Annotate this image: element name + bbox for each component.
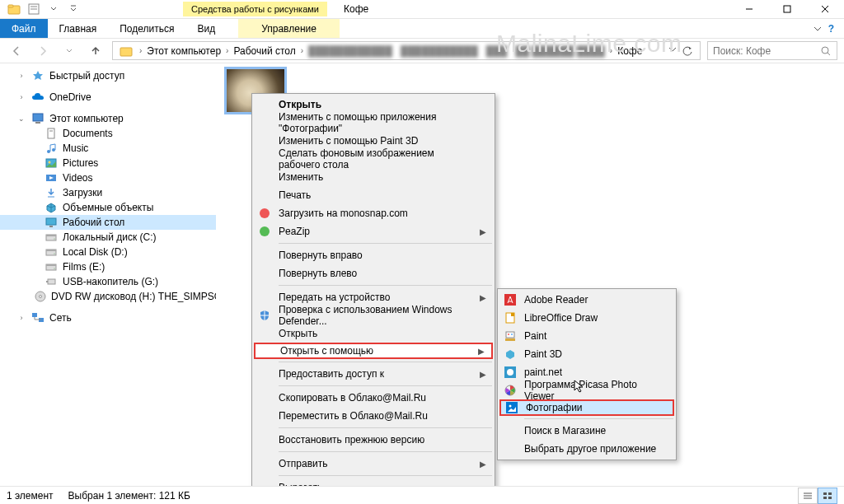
breadcrumb-item[interactable]: ████████████ ███████████ ███ ██ ██████ █… [307,45,607,57]
search-field[interactable] [713,45,820,57]
titlebar: Средства работы с рисунками Кофе [0,0,844,19]
address-dropdown-icon[interactable] [668,45,677,57]
menu-item[interactable]: Фотографии [499,399,674,416]
menu-item[interactable]: PeaZip▶ [254,222,493,240]
svg-point-55 [509,405,512,408]
help-icon[interactable]: ? [828,23,834,35]
contextual-tab-label: Средства работы с рисунками [183,2,327,16]
svg-rect-24 [49,226,53,227]
menu-item-label: Открыть [279,328,317,339]
breadcrumb-item[interactable]: Рабочий стол [232,45,297,57]
recent-dropdown[interactable] [59,41,79,61]
ribbon-tab-view[interactable]: Вид [185,19,227,38]
sidebar-item-onedrive[interactable]: › OneDrive [0,90,216,105]
sidebar-item[interactable]: Videos [0,170,216,185]
sidebar-item-network[interactable]: › Сеть [0,310,216,325]
search-input[interactable] [707,41,837,60]
properties-icon[interactable] [25,0,43,18]
sidebar-item[interactable]: Documents [0,126,216,141]
maximize-button[interactable] [768,0,806,19]
sidebar-item[interactable]: Объемные объекты [0,200,216,215]
menu-item[interactable]: Отправить▶ [254,455,493,473]
sidebar-item[interactable]: USB-накопитель (G:) [0,274,216,289]
sidebar[interactable]: › Быстрый доступ › OneDrive ⌄ Этот компь… [0,63,216,486]
menu-item[interactable]: Повернуть вправо [254,246,493,264]
status-bar: 1 элемент Выбран 1 элемент: 121 КБ [0,486,844,504]
sidebar-item[interactable]: Music [0,141,216,156]
ribbon: Файл Главная Поделиться Вид Управление ? [0,19,844,39]
chevron-right-icon[interactable]: › [16,93,26,101]
back-button[interactable] [7,41,26,61]
sidebar-item-quick-access[interactable]: › Быстрый доступ [0,68,216,83]
menu-item[interactable]: Открыть с помощью▶ [254,343,493,359]
svg-point-18 [52,148,55,152]
sidebar-item-label: Объемные объекты [63,202,153,213]
breadcrumb-item[interactable]: Этот компьютер [145,45,223,57]
menu-item[interactable]: Проверка с использованием Windows Defend… [254,306,493,324]
qat-dropdown-icon[interactable] [45,0,63,18]
svg-rect-60 [828,492,832,495]
menu-item[interactable]: Adobe Reader [499,291,674,309]
menu-item[interactable]: Paint 3D [499,345,674,363]
menu-item[interactable]: Программа Picasa Photo Viewer [499,381,674,399]
thumbnails-view-button[interactable] [818,488,837,504]
menu-item-label: Передать на устройство [279,292,390,303]
menu-item[interactable]: Изменить [254,168,493,186]
menu-item[interactable]: Переместить в Облако@Mail.Ru [254,407,493,425]
chevron-right-icon[interactable]: › [16,314,26,322]
svg-rect-26 [46,235,56,236]
defender-icon [258,309,271,322]
menu-item[interactable]: Печать [254,186,493,204]
menu-item[interactable]: Paint [499,327,674,345]
chevron-right-icon[interactable]: › [607,46,616,55]
chevron-down-icon[interactable]: ⌄ [16,114,26,123]
menu-item[interactable]: Открыть [254,324,493,343]
breadcrumb-item[interactable]: Кофе [616,45,644,57]
menu-item[interactable]: Выбрать другое приложение [499,440,674,458]
menu-separator [279,451,492,452]
open-with-submenu[interactable]: Adobe ReaderLibreOffice DrawPaintPaint 3… [497,288,677,460]
chevron-right-icon[interactable]: › [298,46,307,55]
address-bar: › Этот компьютер › Рабочий стол › ██████… [0,39,844,63]
search-icon[interactable] [820,45,832,57]
refresh-icon[interactable] [682,45,693,57]
chevron-right-icon[interactable]: › [136,46,145,55]
menu-item[interactable]: Изменить с помощью приложения "Фотографи… [254,114,493,132]
cloud-icon [31,91,45,104]
chevron-right-icon: ▶ [478,347,485,356]
ribbon-tab-manage[interactable]: Управление [238,19,340,38]
ribbon-file-tab[interactable]: Файл [0,19,48,38]
forward-button[interactable] [33,41,53,61]
menu-item-label: Изменить с помощью приложения "Фотографи… [279,111,476,134]
details-view-button[interactable] [798,488,818,504]
up-button[interactable] [86,41,106,61]
sidebar-item[interactable]: DVD RW дисковод (H:) THE_SIMPSONS_MOVIE [0,289,216,304]
menu-item[interactable]: Поиск в Магазине [499,422,674,440]
svg-rect-59 [823,492,827,495]
ribbon-tab-home[interactable]: Главная [48,19,109,38]
sidebar-item[interactable]: Pictures [0,156,216,170]
minimize-button[interactable] [730,0,768,19]
sidebar-item[interactable]: Загрузки [0,185,216,200]
chevron-right-icon: ▶ [480,370,486,379]
menu-item[interactable]: Загрузить на monosnap.com [254,204,493,222]
menu-item[interactable]: Повернуть влево [254,264,493,282]
qat-overflow-icon[interactable] [64,0,82,18]
sidebar-item[interactable]: Рабочий стол [0,215,216,230]
close-button[interactable] [806,0,844,19]
chevron-down-icon[interactable] [814,25,822,33]
menu-item[interactable]: LibreOffice Draw [499,309,674,327]
menu-item[interactable]: Скопировать в Облако@Mail.Ru [254,389,493,407]
breadcrumb[interactable]: › Этот компьютер › Рабочий стол › ██████… [112,41,701,60]
menu-item[interactable]: Сделать фоновым изображением рабочего ст… [254,150,493,168]
ribbon-tab-share[interactable]: Поделиться [108,19,185,38]
sidebar-item[interactable]: Local Disk (D:) [0,245,216,259]
menu-item[interactable]: Предоставить доступ к▶ [254,365,493,383]
chevron-right-icon[interactable]: › [223,46,232,55]
menu-item[interactable]: Восстановить прежнюю версию [254,431,493,449]
sidebar-item-this-pc[interactable]: ⌄ Этот компьютер [0,111,216,126]
sidebar-item[interactable]: Films (E:) [0,259,216,274]
context-menu[interactable]: ОткрытьИзменить с помощью приложения "Фо… [251,93,495,504]
chevron-right-icon[interactable]: › [16,72,26,80]
sidebar-item[interactable]: Локальный диск (C:) [0,230,216,245]
